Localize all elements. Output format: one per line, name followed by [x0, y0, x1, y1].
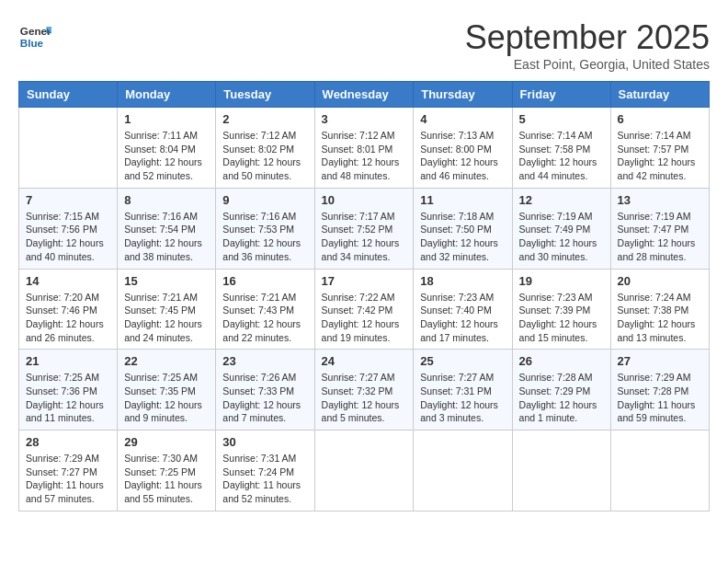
day-number: 28: [26, 435, 110, 449]
day-number: 4: [420, 112, 505, 126]
day-number: 20: [618, 274, 702, 288]
day-info: Sunrise: 7:25 AM Sunset: 7:36 PM Dayligh…: [26, 371, 110, 425]
day-info: Sunrise: 7:23 AM Sunset: 7:39 PM Dayligh…: [519, 291, 604, 345]
calendar-table: SundayMondayTuesdayWednesdayThursdayFrid…: [18, 81, 710, 511]
day-info: Sunrise: 7:16 AM Sunset: 7:54 PM Dayligh…: [124, 210, 209, 264]
day-number: 14: [26, 274, 110, 288]
day-number: 1: [124, 112, 209, 126]
calendar-cell: 7Sunrise: 7:15 AM Sunset: 7:56 PM Daylig…: [19, 188, 118, 269]
calendar-cell: [19, 108, 118, 189]
calendar-cell: 19Sunrise: 7:23 AM Sunset: 7:39 PM Dayli…: [512, 269, 610, 350]
svg-text:Blue: Blue: [20, 37, 44, 49]
calendar-cell: 23Sunrise: 7:26 AM Sunset: 7:33 PM Dayli…: [216, 350, 314, 431]
day-number: 11: [420, 193, 505, 207]
day-number: 6: [618, 112, 702, 126]
calendar-cell: 24Sunrise: 7:27 AM Sunset: 7:32 PM Dayli…: [314, 350, 414, 431]
calendar-cell: 16Sunrise: 7:21 AM Sunset: 7:43 PM Dayli…: [216, 269, 314, 350]
calendar-cell: 22Sunrise: 7:25 AM Sunset: 7:35 PM Dayli…: [118, 350, 216, 431]
day-info: Sunrise: 7:21 AM Sunset: 7:45 PM Dayligh…: [124, 291, 209, 345]
day-info: Sunrise: 7:14 AM Sunset: 7:57 PM Dayligh…: [618, 129, 702, 183]
day-number: 25: [420, 354, 505, 368]
calendar-cell: 2Sunrise: 7:12 AM Sunset: 8:02 PM Daylig…: [216, 108, 314, 189]
day-number: 17: [322, 274, 407, 288]
day-number: 13: [618, 193, 702, 207]
day-info: Sunrise: 7:27 AM Sunset: 7:31 PM Dayligh…: [420, 371, 505, 425]
calendar-cell: 12Sunrise: 7:19 AM Sunset: 7:49 PM Dayli…: [512, 188, 610, 269]
day-info: Sunrise: 7:13 AM Sunset: 8:00 PM Dayligh…: [420, 129, 505, 183]
calendar-week-row: 21Sunrise: 7:25 AM Sunset: 7:36 PM Dayli…: [19, 350, 710, 431]
day-number: 29: [124, 435, 209, 449]
day-info: Sunrise: 7:21 AM Sunset: 7:43 PM Dayligh…: [222, 291, 307, 345]
day-info: Sunrise: 7:19 AM Sunset: 7:49 PM Dayligh…: [519, 210, 604, 264]
day-info: Sunrise: 7:16 AM Sunset: 7:53 PM Dayligh…: [222, 210, 307, 264]
column-header-wednesday: Wednesday: [314, 82, 414, 108]
day-number: 7: [26, 193, 110, 207]
day-info: Sunrise: 7:26 AM Sunset: 7:33 PM Dayligh…: [222, 371, 307, 425]
day-number: 30: [222, 435, 307, 449]
day-number: 15: [124, 274, 209, 288]
calendar-cell: 14Sunrise: 7:20 AM Sunset: 7:46 PM Dayli…: [19, 269, 118, 350]
day-number: 3: [322, 112, 407, 126]
calendar-week-row: 7Sunrise: 7:15 AM Sunset: 7:56 PM Daylig…: [19, 188, 710, 269]
day-info: Sunrise: 7:11 AM Sunset: 8:04 PM Dayligh…: [124, 129, 209, 183]
calendar-week-row: 14Sunrise: 7:20 AM Sunset: 7:46 PM Dayli…: [19, 269, 710, 350]
calendar-cell: 4Sunrise: 7:13 AM Sunset: 8:00 PM Daylig…: [414, 108, 512, 189]
calendar-cell: 26Sunrise: 7:28 AM Sunset: 7:29 PM Dayli…: [512, 350, 610, 431]
calendar-cell: 21Sunrise: 7:25 AM Sunset: 7:36 PM Dayli…: [19, 350, 118, 431]
calendar-cell: 28Sunrise: 7:29 AM Sunset: 7:27 PM Dayli…: [19, 431, 118, 511]
day-info: Sunrise: 7:31 AM Sunset: 7:24 PM Dayligh…: [222, 452, 307, 506]
calendar-cell: 25Sunrise: 7:27 AM Sunset: 7:31 PM Dayli…: [414, 350, 512, 431]
column-header-sunday: Sunday: [19, 82, 118, 108]
calendar-cell: 29Sunrise: 7:30 AM Sunset: 7:25 PM Dayli…: [118, 431, 216, 511]
day-number: 23: [222, 354, 307, 368]
day-info: Sunrise: 7:22 AM Sunset: 7:42 PM Dayligh…: [322, 291, 407, 345]
day-number: 9: [222, 193, 307, 207]
day-info: Sunrise: 7:30 AM Sunset: 7:25 PM Dayligh…: [124, 452, 209, 506]
day-info: Sunrise: 7:28 AM Sunset: 7:29 PM Dayligh…: [519, 371, 604, 425]
day-number: 8: [124, 193, 209, 207]
day-info: Sunrise: 7:27 AM Sunset: 7:32 PM Dayligh…: [322, 371, 407, 425]
day-number: 5: [519, 112, 604, 126]
month-title: September 2025: [465, 18, 710, 57]
calendar-cell: 27Sunrise: 7:29 AM Sunset: 7:28 PM Dayli…: [610, 350, 709, 431]
calendar-cell: 11Sunrise: 7:18 AM Sunset: 7:50 PM Dayli…: [414, 188, 512, 269]
location-subtitle: East Point, Georgia, United States: [465, 57, 710, 72]
column-header-friday: Friday: [512, 82, 610, 108]
day-number: 12: [519, 193, 604, 207]
column-header-saturday: Saturday: [610, 82, 709, 108]
calendar-cell: 17Sunrise: 7:22 AM Sunset: 7:42 PM Dayli…: [314, 269, 414, 350]
day-info: Sunrise: 7:29 AM Sunset: 7:28 PM Dayligh…: [618, 371, 702, 425]
calendar-cell: [314, 431, 414, 511]
calendar-week-row: 28Sunrise: 7:29 AM Sunset: 7:27 PM Dayli…: [19, 431, 710, 511]
day-info: Sunrise: 7:25 AM Sunset: 7:35 PM Dayligh…: [124, 371, 209, 425]
calendar-cell: 30Sunrise: 7:31 AM Sunset: 7:24 PM Dayli…: [216, 431, 314, 511]
day-info: Sunrise: 7:17 AM Sunset: 7:52 PM Dayligh…: [322, 210, 407, 264]
calendar-cell: [610, 431, 709, 511]
day-number: 16: [222, 274, 307, 288]
day-info: Sunrise: 7:19 AM Sunset: 7:47 PM Dayligh…: [618, 210, 702, 264]
calendar-cell: 13Sunrise: 7:19 AM Sunset: 7:47 PM Dayli…: [610, 188, 709, 269]
calendar-header-row: SundayMondayTuesdayWednesdayThursdayFrid…: [19, 82, 710, 108]
day-number: 22: [124, 354, 209, 368]
calendar-cell: 20Sunrise: 7:24 AM Sunset: 7:38 PM Dayli…: [610, 269, 709, 350]
calendar-cell: 15Sunrise: 7:21 AM Sunset: 7:45 PM Dayli…: [118, 269, 216, 350]
column-header-thursday: Thursday: [414, 82, 512, 108]
day-info: Sunrise: 7:14 AM Sunset: 7:58 PM Dayligh…: [519, 129, 604, 183]
day-number: 24: [322, 354, 407, 368]
calendar-cell: [414, 431, 512, 511]
day-info: Sunrise: 7:12 AM Sunset: 8:01 PM Dayligh…: [322, 129, 407, 183]
calendar-cell: [512, 431, 610, 511]
day-info: Sunrise: 7:12 AM Sunset: 8:02 PM Dayligh…: [222, 129, 307, 183]
day-info: Sunrise: 7:15 AM Sunset: 7:56 PM Dayligh…: [26, 210, 110, 264]
day-info: Sunrise: 7:24 AM Sunset: 7:38 PM Dayligh…: [618, 291, 702, 345]
title-block: September 2025 East Point, Georgia, Unit…: [465, 18, 710, 72]
day-info: Sunrise: 7:18 AM Sunset: 7:50 PM Dayligh…: [420, 210, 505, 264]
day-number: 26: [519, 354, 604, 368]
day-number: 18: [420, 274, 505, 288]
column-header-tuesday: Tuesday: [216, 82, 314, 108]
day-number: 21: [26, 354, 110, 368]
calendar-cell: 9Sunrise: 7:16 AM Sunset: 7:53 PM Daylig…: [216, 188, 314, 269]
day-number: 27: [618, 354, 702, 368]
calendar-cell: 18Sunrise: 7:23 AM Sunset: 7:40 PM Dayli…: [414, 269, 512, 350]
day-info: Sunrise: 7:20 AM Sunset: 7:46 PM Dayligh…: [26, 291, 110, 345]
